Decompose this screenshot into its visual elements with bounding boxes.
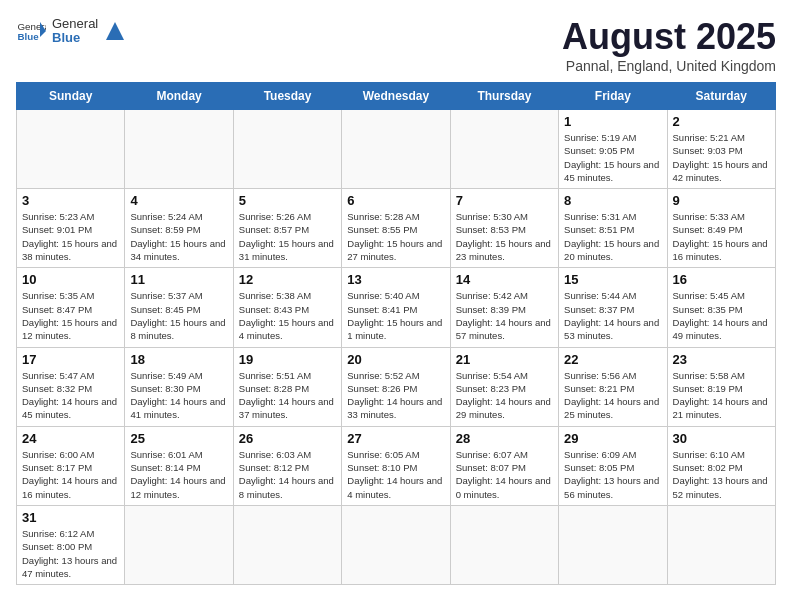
day-cell: 16Sunrise: 5:45 AM Sunset: 8:35 PM Dayli… [667, 268, 775, 347]
day-number: 10 [22, 272, 119, 287]
day-cell [125, 505, 233, 584]
day-number: 23 [673, 352, 770, 367]
day-number: 17 [22, 352, 119, 367]
week-row-5: 31Sunrise: 6:12 AM Sunset: 8:00 PM Dayli… [17, 505, 776, 584]
day-info: Sunrise: 5:28 AM Sunset: 8:55 PM Dayligh… [347, 210, 444, 263]
week-row-4: 24Sunrise: 6:00 AM Sunset: 8:17 PM Dayli… [17, 426, 776, 505]
weekday-header-friday: Friday [559, 83, 667, 110]
day-cell: 2Sunrise: 5:21 AM Sunset: 9:03 PM Daylig… [667, 110, 775, 189]
logo-icon: General Blue [16, 16, 46, 46]
day-info: Sunrise: 5:23 AM Sunset: 9:01 PM Dayligh… [22, 210, 119, 263]
day-number: 21 [456, 352, 553, 367]
day-info: Sunrise: 5:49 AM Sunset: 8:30 PM Dayligh… [130, 369, 227, 422]
day-number: 1 [564, 114, 661, 129]
day-info: Sunrise: 6:00 AM Sunset: 8:17 PM Dayligh… [22, 448, 119, 501]
day-number: 11 [130, 272, 227, 287]
day-cell: 26Sunrise: 6:03 AM Sunset: 8:12 PM Dayli… [233, 426, 341, 505]
day-number: 20 [347, 352, 444, 367]
day-cell: 23Sunrise: 5:58 AM Sunset: 8:19 PM Dayli… [667, 347, 775, 426]
day-cell: 22Sunrise: 5:56 AM Sunset: 8:21 PM Dayli… [559, 347, 667, 426]
day-cell: 14Sunrise: 5:42 AM Sunset: 8:39 PM Dayli… [450, 268, 558, 347]
day-cell [450, 505, 558, 584]
day-info: Sunrise: 5:31 AM Sunset: 8:51 PM Dayligh… [564, 210, 661, 263]
day-info: Sunrise: 5:58 AM Sunset: 8:19 PM Dayligh… [673, 369, 770, 422]
day-number: 12 [239, 272, 336, 287]
day-cell [342, 505, 450, 584]
day-info: Sunrise: 6:12 AM Sunset: 8:00 PM Dayligh… [22, 527, 119, 580]
logo: General Blue General Blue [16, 16, 126, 46]
day-number: 28 [456, 431, 553, 446]
day-info: Sunrise: 5:19 AM Sunset: 9:05 PM Dayligh… [564, 131, 661, 184]
day-number: 3 [22, 193, 119, 208]
day-info: Sunrise: 5:47 AM Sunset: 8:32 PM Dayligh… [22, 369, 119, 422]
day-cell: 11Sunrise: 5:37 AM Sunset: 8:45 PM Dayli… [125, 268, 233, 347]
calendar-title: August 2025 [562, 16, 776, 58]
day-info: Sunrise: 5:21 AM Sunset: 9:03 PM Dayligh… [673, 131, 770, 184]
day-number: 27 [347, 431, 444, 446]
day-number: 22 [564, 352, 661, 367]
day-number: 18 [130, 352, 227, 367]
day-number: 9 [673, 193, 770, 208]
day-cell [450, 110, 558, 189]
day-info: Sunrise: 5:54 AM Sunset: 8:23 PM Dayligh… [456, 369, 553, 422]
day-cell: 27Sunrise: 6:05 AM Sunset: 8:10 PM Dayli… [342, 426, 450, 505]
day-info: Sunrise: 6:05 AM Sunset: 8:10 PM Dayligh… [347, 448, 444, 501]
day-cell: 29Sunrise: 6:09 AM Sunset: 8:05 PM Dayli… [559, 426, 667, 505]
day-number: 24 [22, 431, 119, 446]
day-cell [342, 110, 450, 189]
day-info: Sunrise: 5:44 AM Sunset: 8:37 PM Dayligh… [564, 289, 661, 342]
day-info: Sunrise: 6:09 AM Sunset: 8:05 PM Dayligh… [564, 448, 661, 501]
day-cell: 12Sunrise: 5:38 AM Sunset: 8:43 PM Dayli… [233, 268, 341, 347]
week-row-0: 1Sunrise: 5:19 AM Sunset: 9:05 PM Daylig… [17, 110, 776, 189]
day-cell: 3Sunrise: 5:23 AM Sunset: 9:01 PM Daylig… [17, 189, 125, 268]
weekday-header-wednesday: Wednesday [342, 83, 450, 110]
day-cell: 18Sunrise: 5:49 AM Sunset: 8:30 PM Dayli… [125, 347, 233, 426]
svg-marker-3 [106, 22, 124, 40]
svg-text:Blue: Blue [18, 31, 40, 42]
day-info: Sunrise: 5:33 AM Sunset: 8:49 PM Dayligh… [673, 210, 770, 263]
day-cell: 10Sunrise: 5:35 AM Sunset: 8:47 PM Dayli… [17, 268, 125, 347]
day-cell: 7Sunrise: 5:30 AM Sunset: 8:53 PM Daylig… [450, 189, 558, 268]
day-cell: 24Sunrise: 6:00 AM Sunset: 8:17 PM Dayli… [17, 426, 125, 505]
day-info: Sunrise: 6:03 AM Sunset: 8:12 PM Dayligh… [239, 448, 336, 501]
day-info: Sunrise: 5:35 AM Sunset: 8:47 PM Dayligh… [22, 289, 119, 342]
day-cell: 15Sunrise: 5:44 AM Sunset: 8:37 PM Dayli… [559, 268, 667, 347]
day-info: Sunrise: 5:42 AM Sunset: 8:39 PM Dayligh… [456, 289, 553, 342]
day-cell [233, 110, 341, 189]
day-info: Sunrise: 5:37 AM Sunset: 8:45 PM Dayligh… [130, 289, 227, 342]
day-info: Sunrise: 6:07 AM Sunset: 8:07 PM Dayligh… [456, 448, 553, 501]
day-cell: 6Sunrise: 5:28 AM Sunset: 8:55 PM Daylig… [342, 189, 450, 268]
day-number: 25 [130, 431, 227, 446]
day-cell [233, 505, 341, 584]
day-number: 6 [347, 193, 444, 208]
day-cell: 9Sunrise: 5:33 AM Sunset: 8:49 PM Daylig… [667, 189, 775, 268]
week-row-2: 10Sunrise: 5:35 AM Sunset: 8:47 PM Dayli… [17, 268, 776, 347]
day-number: 19 [239, 352, 336, 367]
day-number: 7 [456, 193, 553, 208]
day-number: 31 [22, 510, 119, 525]
day-cell [667, 505, 775, 584]
day-number: 14 [456, 272, 553, 287]
day-cell [125, 110, 233, 189]
day-cell: 31Sunrise: 6:12 AM Sunset: 8:00 PM Dayli… [17, 505, 125, 584]
day-cell [17, 110, 125, 189]
day-info: Sunrise: 5:51 AM Sunset: 8:28 PM Dayligh… [239, 369, 336, 422]
day-cell: 19Sunrise: 5:51 AM Sunset: 8:28 PM Dayli… [233, 347, 341, 426]
day-number: 13 [347, 272, 444, 287]
weekday-header-row: SundayMondayTuesdayWednesdayThursdayFrid… [17, 83, 776, 110]
day-number: 29 [564, 431, 661, 446]
day-info: Sunrise: 5:38 AM Sunset: 8:43 PM Dayligh… [239, 289, 336, 342]
day-info: Sunrise: 5:26 AM Sunset: 8:57 PM Dayligh… [239, 210, 336, 263]
day-number: 5 [239, 193, 336, 208]
day-info: Sunrise: 5:45 AM Sunset: 8:35 PM Dayligh… [673, 289, 770, 342]
day-cell: 25Sunrise: 6:01 AM Sunset: 8:14 PM Dayli… [125, 426, 233, 505]
calendar-table: SundayMondayTuesdayWednesdayThursdayFrid… [16, 82, 776, 585]
day-cell: 20Sunrise: 5:52 AM Sunset: 8:26 PM Dayli… [342, 347, 450, 426]
day-info: Sunrise: 6:10 AM Sunset: 8:02 PM Dayligh… [673, 448, 770, 501]
day-cell: 21Sunrise: 5:54 AM Sunset: 8:23 PM Dayli… [450, 347, 558, 426]
day-number: 15 [564, 272, 661, 287]
day-info: Sunrise: 5:56 AM Sunset: 8:21 PM Dayligh… [564, 369, 661, 422]
page-header: General Blue General Blue August 2025 Pa… [16, 16, 776, 74]
day-cell [559, 505, 667, 584]
weekday-header-thursday: Thursday [450, 83, 558, 110]
